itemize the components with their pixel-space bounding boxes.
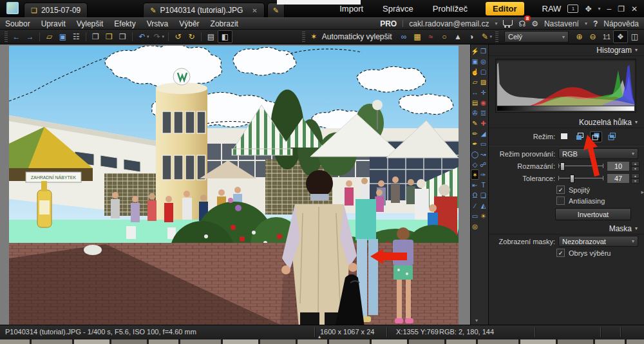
tool-text-icon[interactable]: T: [479, 180, 488, 190]
toolbar-grip[interactable]: [495, 32, 498, 42]
tool-droplet-icon[interactable]: ◎: [471, 221, 479, 231]
blur-up-icon[interactable]: ▴: [631, 161, 639, 166]
mode-intersect-selection-icon[interactable]: [607, 132, 618, 142]
tolerance-slider[interactable]: [558, 173, 603, 183]
tool-straighten-icon[interactable]: ▱: [471, 77, 479, 87]
news-feed-icon[interactable]: ☊ 8: [518, 19, 526, 28]
tool-selection-brush-icon[interactable]: ✑: [479, 169, 488, 180]
tool-shadow-icon[interactable]: ◢: [479, 128, 488, 139]
undo-caret-icon[interactable]: ▾: [147, 34, 149, 39]
minimize-icon[interactable]: –: [607, 5, 611, 14]
tool-perspective-icon[interactable]: ▨: [479, 77, 488, 87]
tool-quick-edits-icon[interactable]: ⚡: [471, 46, 479, 56]
account-label[interactable]: cakl.radovan@email.cz: [409, 19, 489, 28]
settings-label[interactable]: Nastavení: [544, 19, 579, 28]
tab-editor-document[interactable]: ✎ P1040314 (tutorial).JPG ✕: [143, 3, 264, 17]
tool-red-eye-icon[interactable]: ◉: [479, 97, 488, 108]
panel-collapse-icon[interactable]: ▸: [641, 189, 644, 195]
menu-vylepsit[interactable]: Vylepšit: [77, 19, 104, 28]
menu-vrstva[interactable]: Vrstva: [147, 19, 169, 28]
tolerance-up-icon[interactable]: ▴: [631, 173, 639, 178]
rotate-left-button[interactable]: ↺: [171, 31, 185, 43]
invert-button[interactable]: Invertovat: [555, 208, 631, 220]
tool-canvas-size-icon[interactable]: ▤: [471, 97, 479, 108]
tolerance-value[interactable]: 47: [607, 173, 630, 184]
compare-mode-select[interactable]: RGB ▾: [558, 148, 638, 159]
colors-button[interactable]: ≈: [424, 31, 437, 43]
editor-canvas[interactable]: ZAHRADNÍ NÁBYTEK: [0, 44, 470, 325]
tool-magic-wand-icon[interactable]: ✶: [471, 169, 479, 180]
tool-polygon-lasso-icon[interactable]: ◇: [471, 159, 479, 169]
close-window-icon[interactable]: ✕: [631, 5, 638, 14]
restore-icon[interactable]: ❐: [618, 5, 625, 14]
tool-line-icon[interactable]: ∕: [471, 200, 479, 211]
tool-crop-marks-icon[interactable]: ▢: [479, 66, 488, 77]
camera-button[interactable]: ▦: [410, 31, 424, 43]
help-icon[interactable]: ?: [593, 19, 598, 28]
nav-prohlizec[interactable]: Prohlížeč: [431, 2, 469, 15]
toolbar-grip[interactable]: [5, 32, 8, 42]
outline-checkbox[interactable]: ✓ Obrys výběru: [556, 248, 644, 258]
menu-vyber[interactable]: Výběr: [179, 19, 199, 28]
tool-rect-selection-icon[interactable]: ▭: [479, 139, 488, 149]
tab-editor-stub[interactable]: ✎: [267, 3, 285, 17]
mode-subtract-selection-icon[interactable]: [590, 131, 602, 142]
toolbar-grip[interactable]: [302, 32, 305, 42]
tool-export-icon[interactable]: ❐: [479, 46, 488, 56]
forward-button[interactable]: →: [23, 31, 37, 43]
back-button[interactable]: ←: [10, 31, 23, 43]
menu-soubor[interactable]: Soubor: [5, 19, 30, 28]
zoom-out-button[interactable]: ⊖: [586, 31, 600, 43]
tool-deform-icon[interactable]: ✛: [479, 87, 488, 97]
tool-clone-stamp-icon[interactable]: ✇: [471, 108, 479, 118]
tolerance-down-icon[interactable]: ▾: [631, 178, 639, 184]
zoom-100-button[interactable]: 1:1: [600, 31, 613, 43]
blur-slider[interactable]: [558, 161, 603, 171]
tool-gradient-icon[interactable]: ◭: [479, 200, 488, 211]
blur-down-icon[interactable]: ▾: [631, 166, 639, 171]
tool-zoom-icon[interactable]: ◎: [479, 56, 488, 66]
levels-button[interactable]: ◑: [464, 31, 478, 43]
paste-as-button[interactable]: ❒: [116, 31, 129, 43]
tool-symbol-icon[interactable]: Ω: [471, 190, 479, 200]
cart-icon[interactable]: [503, 20, 513, 26]
tool-lasso-icon[interactable]: ↝: [479, 149, 488, 159]
auto-enhance-icon[interactable]: ✶: [307, 31, 321, 43]
toolstrip-more-icon[interactable]: ▾: [475, 318, 478, 323]
fullscreen-caret-icon[interactable]: ▾: [598, 6, 600, 12]
tool-iron-icon[interactable]: ☲: [479, 108, 488, 118]
menu-upravit[interactable]: Upravit: [41, 19, 66, 28]
filmstrip-peek[interactable]: [0, 339, 644, 344]
open-button[interactable]: ▱: [43, 31, 56, 43]
fit-screen-button[interactable]: ❖: [613, 30, 628, 43]
nav-spravce[interactable]: Správce: [381, 2, 415, 15]
gear-icon[interactable]: ⚙: [531, 19, 538, 28]
sharpen-button[interactable]: ▲: [451, 31, 464, 43]
menu-efekty[interactable]: Efekty: [114, 19, 135, 28]
tool-resize-icon[interactable]: ↔: [471, 87, 479, 97]
rotate-right-button[interactable]: ↻: [185, 31, 198, 43]
filmstrip-toggle-button[interactable]: ▤: [204, 31, 218, 43]
white-balance-button[interactable]: ○: [437, 31, 451, 43]
fullscreen-icon[interactable]: ✥: [585, 5, 591, 14]
tool-healing-brush-icon[interactable]: ✚: [479, 118, 488, 128]
zoom-in-button[interactable]: ⊕: [573, 31, 586, 43]
tool-pan-icon[interactable]: ☝: [471, 66, 479, 77]
mask-header[interactable]: Maska ▾: [489, 223, 644, 234]
settings-caret-icon[interactable]: ▾: [585, 21, 587, 26]
account-caret-icon[interactable]: ▾: [495, 21, 497, 26]
tool-brush-icon[interactable]: ✎: [471, 118, 479, 128]
magic-wand-header[interactable]: Kouzelná hůlka ▾: [489, 117, 644, 128]
paste-button[interactable]: ❒: [102, 31, 116, 43]
tool-shapes-icon[interactable]: ❏: [479, 190, 488, 200]
fit-width-button[interactable]: ◫: [628, 31, 641, 43]
tool-crop-icon[interactable]: ▣: [471, 56, 479, 66]
nav-editor[interactable]: Editor: [486, 2, 524, 15]
tab-folder[interactable]: ❏ 2015-07-09: [24, 3, 88, 17]
print-button[interactable]: ☷: [70, 31, 83, 43]
monitor-icon[interactable]: 1: [567, 5, 578, 13]
tool-pencil-icon[interactable]: ✏: [471, 128, 479, 139]
tool-magnetic-lasso-icon[interactable]: ☍: [479, 159, 488, 169]
tool-flare-icon[interactable]: ☀: [479, 211, 488, 221]
tool-frame-icon[interactable]: ▭: [471, 211, 479, 221]
